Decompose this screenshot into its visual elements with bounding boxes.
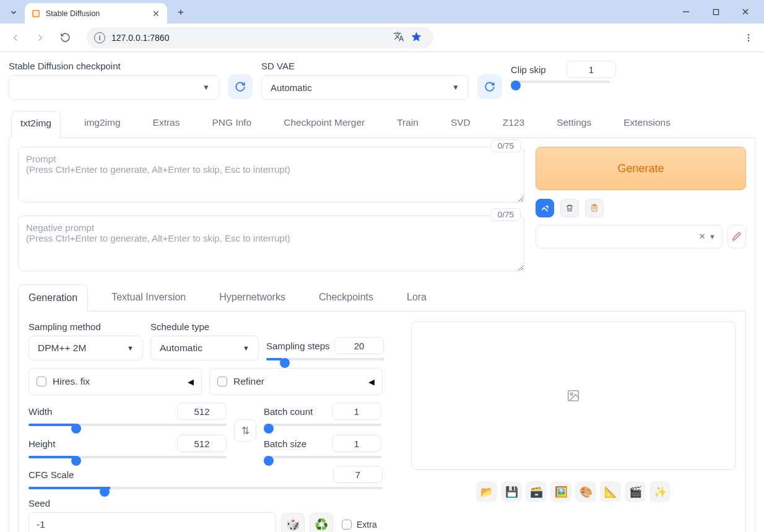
tab-svd[interactable]: SVD xyxy=(442,111,479,137)
checkpoint-select[interactable]: ▼ xyxy=(9,75,219,100)
schedule-type-value: Automatic xyxy=(160,342,202,354)
window-minimize[interactable] xyxy=(672,2,700,21)
clear-prompt-button[interactable] xyxy=(560,199,579,217)
styles-clear[interactable]: × xyxy=(699,230,705,243)
url-input[interactable]: i 127.0.0.1:7860 xyxy=(87,27,433,48)
neg-prompt-wrap: 0/75 xyxy=(18,216,524,273)
chevron-down-icon: ▼ xyxy=(127,344,134,352)
tab-pnginfo[interactable]: PNG Info xyxy=(203,111,260,137)
window-close[interactable] xyxy=(732,2,759,21)
schedule-type-label: Schedule type xyxy=(150,321,259,332)
nav-forward[interactable] xyxy=(30,27,51,48)
sampling-steps-number[interactable] xyxy=(334,337,384,354)
collapse-arrow-icon: ◀ xyxy=(188,377,194,386)
refresh-vae-button[interactable] xyxy=(477,74,502,99)
seed-extra-label: Extra xyxy=(357,520,377,530)
hires-fix-section[interactable]: Hires. fix ◀ xyxy=(28,368,202,395)
svg-point-7 xyxy=(748,37,750,38)
send-extras-button[interactable]: 📐 xyxy=(600,481,621,502)
sub-tab-bar: Generation Textual Inversion Hypernetwor… xyxy=(18,284,746,312)
height-number[interactable] xyxy=(177,435,227,452)
subtab-lora[interactable]: Lora xyxy=(397,284,436,311)
sampling-method-value: DPM++ 2M xyxy=(38,342,86,354)
tab-z123[interactable]: Z123 xyxy=(494,111,533,137)
subtab-generation[interactable]: Generation xyxy=(18,284,88,312)
nav-reload[interactable] xyxy=(54,27,76,48)
batch-size-label: Batch size xyxy=(264,438,306,449)
tab-extras[interactable]: Extras xyxy=(144,111,189,137)
open-folder-button[interactable]: 📂 xyxy=(476,481,497,502)
edit-styles-button[interactable] xyxy=(727,225,746,248)
height-slider[interactable] xyxy=(28,456,227,458)
svg-point-14 xyxy=(570,393,573,395)
clip-skip-slider[interactable] xyxy=(511,81,610,83)
new-tab-button[interactable]: + xyxy=(172,4,189,21)
random-seed-button[interactable]: 🎲 xyxy=(281,513,305,532)
chevron-down-icon: ▼ xyxy=(202,83,210,92)
negative-prompt-textarea[interactable] xyxy=(18,216,524,271)
upscale-button[interactable]: ✨ xyxy=(649,481,671,502)
refiner-section[interactable]: Refiner ◀ xyxy=(209,368,383,395)
tab-settings[interactable]: Settings xyxy=(548,111,600,137)
tab-close-button[interactable]: ✕ xyxy=(151,9,161,19)
seed-input[interactable] xyxy=(28,512,276,532)
tab-train[interactable]: Train xyxy=(388,111,427,137)
chevron-down-icon: ▼ xyxy=(452,83,459,92)
height-label: Height xyxy=(28,438,55,449)
tab-txt2img[interactable]: txt2img xyxy=(11,111,61,138)
tab-checkpoint-merger[interactable]: Checkpoint Merger xyxy=(275,111,373,137)
prompt-textarea[interactable] xyxy=(18,147,524,203)
svg-rect-3 xyxy=(713,9,718,14)
sampling-method-select[interactable]: DPM++ 2M ▼ xyxy=(28,336,143,360)
generate-button[interactable]: Generate xyxy=(536,147,746,190)
width-slider[interactable] xyxy=(28,424,227,426)
seed-label: Seed xyxy=(28,498,50,508)
hires-fix-checkbox[interactable] xyxy=(37,377,46,386)
collapse-arrow-icon: ◀ xyxy=(368,377,375,386)
batch-count-label: Batch count xyxy=(264,406,313,417)
batch-size-slider[interactable] xyxy=(264,456,381,458)
refiner-checkbox[interactable] xyxy=(217,377,227,386)
cfg-scale-number[interactable] xyxy=(333,466,383,483)
styles-select[interactable]: × ▼ xyxy=(536,225,723,248)
reuse-seed-button[interactable]: ♻️ xyxy=(310,513,333,532)
browser-tab[interactable]: Stable Diffusion ✕ xyxy=(25,3,167,24)
tab-img2img[interactable]: img2img xyxy=(76,111,129,137)
preview-toolbar: 📂 💾 🗃️ 🖼️ 🎨 📐 🎬 ✨ xyxy=(411,481,736,502)
batch-size-number[interactable] xyxy=(332,435,381,452)
subtab-checkpoints[interactable]: Checkpoints xyxy=(309,284,383,311)
sampling-steps-label: Sampling steps xyxy=(266,341,330,351)
refresh-checkpoint-button[interactable] xyxy=(228,74,253,99)
send-inpaint-button[interactable]: 🎨 xyxy=(575,481,596,502)
vae-select[interactable]: Automatic ▼ xyxy=(261,75,469,100)
page-content: Stable Diffusion checkpoint ▼ SD VAE Aut… xyxy=(0,52,764,532)
batch-count-slider[interactable] xyxy=(264,424,381,426)
cfg-scale-slider[interactable] xyxy=(28,487,383,489)
tab-search-button[interactable] xyxy=(5,4,22,21)
site-info-icon[interactable]: i xyxy=(94,32,105,43)
nav-back[interactable] xyxy=(5,27,26,48)
swap-dimensions-button[interactable]: ⇅ xyxy=(234,419,256,442)
save-button[interactable]: 💾 xyxy=(501,481,522,502)
send-img2img-button[interactable]: 🖼️ xyxy=(550,481,571,502)
paste-button[interactable] xyxy=(585,199,604,217)
save-zip-button[interactable]: 🗃️ xyxy=(526,481,547,502)
bookmark-star-icon[interactable] xyxy=(410,31,422,45)
sampling-steps-slider[interactable] xyxy=(266,358,384,360)
send-svd-button[interactable]: 🎬 xyxy=(625,481,646,502)
browser-toolbar: i 127.0.0.1:7860 xyxy=(0,24,764,52)
arrow-tool-button[interactable] xyxy=(536,199,554,217)
clip-skip-number[interactable] xyxy=(566,61,616,78)
image-placeholder-icon xyxy=(566,389,580,403)
tab-extensions[interactable]: Extensions xyxy=(615,111,679,137)
seed-extra-checkbox[interactable] xyxy=(342,520,352,530)
batch-count-number[interactable] xyxy=(332,403,381,420)
clip-skip-label: Clip skip xyxy=(511,64,546,75)
width-number[interactable] xyxy=(177,403,227,420)
subtab-hypernetworks[interactable]: Hypernetworks xyxy=(209,284,295,311)
schedule-type-select[interactable]: Automatic ▼ xyxy=(150,336,259,360)
subtab-textual-inversion[interactable]: Textual Inversion xyxy=(102,284,196,311)
translate-icon[interactable] xyxy=(393,31,404,44)
window-maximize[interactable] xyxy=(702,2,729,21)
browser-menu[interactable] xyxy=(738,27,759,48)
